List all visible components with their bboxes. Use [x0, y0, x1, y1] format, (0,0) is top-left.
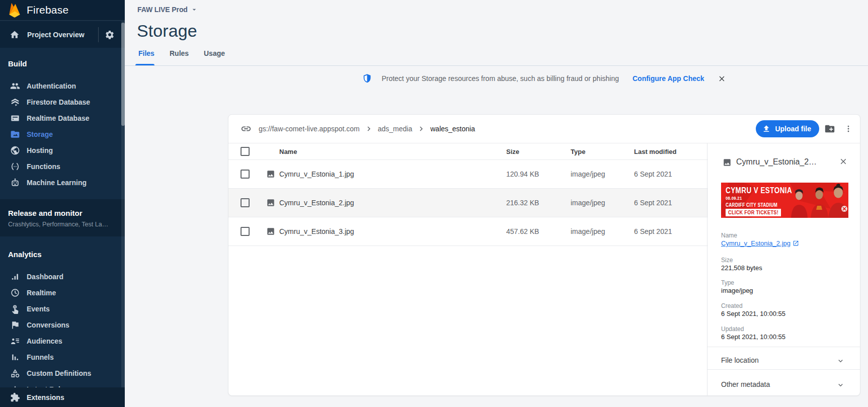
- sidebar-analytics: Analytics Dashboard Realtime Events Conv…: [0, 189, 125, 397]
- breadcrumb-folder[interactable]: ads_media: [378, 125, 413, 133]
- expand-other-metadata-button[interactable]: [836, 381, 845, 389]
- details-close-button[interactable]: [839, 157, 848, 166]
- table-row[interactable]: Cymru_v_Estonia_3.jpg 457.62 KB image/jp…: [228, 217, 708, 246]
- sidebar-item-realtime[interactable]: Realtime: [0, 285, 125, 301]
- preview-headline: CYMRU V ESTONIA: [726, 186, 792, 195]
- chevron-right-icon: [417, 124, 426, 133]
- chevron-down-icon: [836, 381, 845, 389]
- file-name-link[interactable]: Cymru_v_Estonia_2.jpg: [721, 239, 791, 247]
- sidebar-item-events[interactable]: Events: [0, 301, 125, 317]
- dropdown-caret-icon: [190, 6, 198, 14]
- create-folder-icon: [824, 123, 835, 134]
- chevron-down-icon: [836, 357, 845, 365]
- row-checkbox[interactable]: [241, 170, 250, 179]
- details-title: Cymru_v_Estonia_2…: [736, 157, 834, 167]
- robot-icon: [10, 178, 21, 188]
- preview-date: 08.09.21: [726, 196, 742, 201]
- tab-bar: Files Rules Usage: [125, 49, 868, 66]
- row-checkbox[interactable]: [241, 227, 250, 236]
- file-name-value: Cymru_v_Estonia_2.jpg: [721, 239, 799, 247]
- storage-toolbar: gs://faw-comet-live.appspot.com ads_medi…: [228, 115, 860, 143]
- sidebar-item-dashboard[interactable]: Dashboard: [0, 269, 125, 285]
- app-check-banner: Protect your Storage resources from abus…: [228, 71, 860, 86]
- database-icon: [10, 113, 21, 123]
- create-folder-button[interactable]: [824, 123, 835, 134]
- preview-venue: CARDIFF CITY STADIUM: [726, 202, 777, 208]
- sidebar-item-storage[interactable]: Storage: [0, 126, 125, 142]
- tab-usage[interactable]: Usage: [204, 49, 225, 57]
- banner-text: Protect your Storage resources from abus…: [381, 74, 619, 83]
- flag-icon: [10, 320, 21, 330]
- active-tab-underline: [135, 64, 154, 65]
- sidebar-item-realtime-database[interactable]: Realtime Database: [0, 110, 125, 126]
- upload-icon: [762, 124, 771, 133]
- image-file-icon: [266, 170, 275, 181]
- sidebar-item-funnels[interactable]: Funnels: [0, 349, 125, 365]
- other-metadata-section[interactable]: Other metadata: [721, 380, 770, 388]
- divider: [707, 347, 860, 347]
- table-row-selected[interactable]: Cymru_v_Estonia_2.jpg 216.32 KB image/jp…: [228, 189, 708, 217]
- breadcrumb: gs://faw-comet-live.appspot.com ads_medi…: [259, 124, 475, 133]
- breadcrumb-bucket[interactable]: gs://faw-comet-live.appspot.com: [259, 125, 360, 133]
- preview-players: [788, 183, 848, 218]
- section-label-build: Build: [0, 59, 125, 68]
- file-details-panel: Cymru_v_Estonia_2…: [707, 143, 860, 396]
- configure-app-check-link[interactable]: Configure App Check: [633, 74, 704, 83]
- upload-file-button[interactable]: Upload file: [756, 120, 819, 137]
- sidebar-item-custom-definitions[interactable]: Custom Definitions: [0, 365, 125, 381]
- funnel-bars-icon: [10, 352, 21, 362]
- firebase-brand: Firebase: [27, 4, 68, 16]
- more-vert-icon: [844, 124, 853, 133]
- sidebar-item-authentication[interactable]: Authentication: [0, 78, 125, 94]
- link-icon[interactable]: [241, 123, 252, 134]
- category-icon: [10, 368, 21, 378]
- more-options-button[interactable]: [844, 124, 853, 133]
- clock-icon: [10, 288, 21, 298]
- expand-file-location-button[interactable]: [836, 357, 845, 365]
- shield-icon: [362, 73, 372, 84]
- sidebar-item-extensions[interactable]: Extensions: [0, 387, 125, 407]
- home-icon: [10, 30, 20, 40]
- sidebar-scrollbar-thumb[interactable]: [121, 23, 125, 126]
- gear-icon: [105, 30, 115, 40]
- preview-cta: CLICK FOR TICKETS!: [726, 209, 781, 216]
- files-table: Name Size Type Last modified Cymru_v_Est…: [228, 143, 708, 396]
- project-settings-button[interactable]: [99, 30, 121, 40]
- sidebar-item-project-overview[interactable]: Project Overview: [0, 21, 125, 48]
- row-checkbox[interactable]: [241, 198, 250, 207]
- storage-card: gs://faw-comet-live.appspot.com ads_medi…: [228, 114, 860, 396]
- sidebar-item-audiences[interactable]: Audiences: [0, 333, 125, 349]
- close-icon: [839, 157, 848, 166]
- sidebar-item-hosting[interactable]: Hosting: [0, 142, 125, 158]
- sidebar-item-functions[interactable]: Functions: [0, 158, 125, 175]
- section-label-analytics: Analytics: [0, 250, 125, 259]
- page-title: Storage: [137, 21, 197, 41]
- file-location-section[interactable]: File location: [721, 356, 759, 364]
- sidebar-item-firestore-database[interactable]: Firestore Database: [0, 94, 125, 110]
- breadcrumb-current-folder[interactable]: wales_estonia: [430, 125, 475, 133]
- file-preview-image[interactable]: CYMRU V ESTONIA 08.09.21 CARDIFF CITY ST…: [721, 183, 848, 218]
- tab-files[interactable]: Files: [138, 49, 154, 57]
- banner-close-button[interactable]: [718, 74, 726, 83]
- image-file-icon: [723, 158, 732, 169]
- bar-chart-icon: [10, 272, 21, 282]
- project-selector[interactable]: FAW LIVE Prod: [137, 4, 198, 15]
- close-icon: [718, 74, 726, 83]
- image-file-icon: [266, 198, 275, 209]
- table-row[interactable]: Cymru_v_Estonia_1.jpg 120.94 KB image/jp…: [228, 160, 708, 189]
- firebase-logo-bar[interactable]: Firebase: [0, 0, 125, 21]
- tab-rules[interactable]: Rules: [170, 49, 189, 57]
- sidebar: Firebase Project Overview Build Authenti…: [0, 0, 125, 407]
- person-list-icon: [10, 336, 21, 346]
- firestore-icon: [10, 97, 21, 107]
- main-content: FAW LIVE Prod Storage Files Rules Usage …: [125, 0, 868, 407]
- storage-folder-icon: [10, 129, 21, 139]
- open-in-new-icon[interactable]: [793, 240, 799, 247]
- people-icon: [10, 81, 21, 91]
- sidebar-item-conversions[interactable]: Conversions: [0, 317, 125, 333]
- select-all-checkbox[interactable]: [241, 147, 250, 156]
- image-file-icon: [266, 227, 275, 238]
- divider: [707, 369, 860, 370]
- project-overview-label: Project Overview: [27, 31, 98, 39]
- puzzle-icon: [10, 392, 21, 402]
